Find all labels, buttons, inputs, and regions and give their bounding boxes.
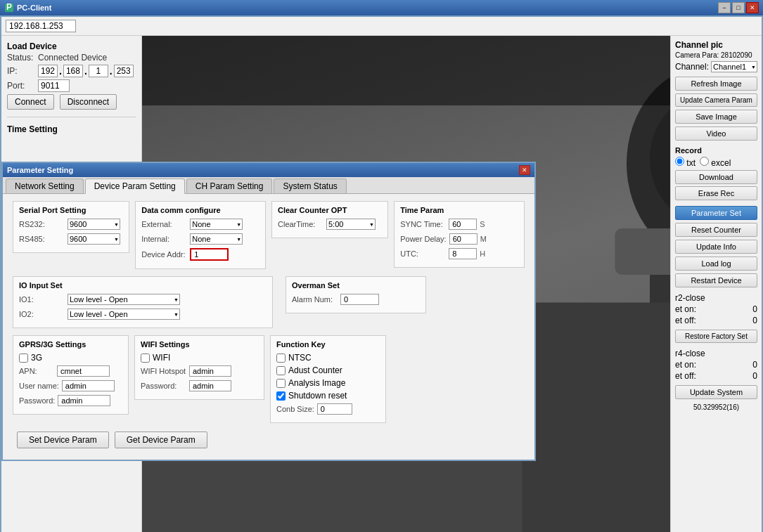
ip-oct4[interactable] — [114, 65, 134, 77]
wifi-password-label: Password: — [141, 382, 186, 390]
internal-row: Internal: None RS232 RS485 — [141, 233, 259, 245]
update-system-button[interactable]: Update System — [675, 385, 757, 399]
gprs-section: GPRS/3G Settings 3G APN: User name: — [13, 335, 129, 427]
rs485-select-wrap[interactable]: 9600 4800 19200 — [68, 233, 120, 245]
ip-oct3[interactable] — [89, 65, 108, 77]
cleartime-select-wrap[interactable]: 5:00 0:00 12:00 — [326, 219, 376, 230]
ntsc-checkbox[interactable] — [276, 353, 286, 363]
adjust-counter-checkbox[interactable] — [276, 366, 286, 375]
io1-select[interactable]: Low level - Open High level - Open Low l… — [68, 294, 180, 305]
address-input[interactable] — [6, 20, 76, 32]
download-button[interactable]: Download — [675, 170, 757, 184]
connect-button[interactable]: Connect — [7, 94, 54, 110]
erase-rec-button[interactable]: Erase Rec — [675, 186, 757, 200]
channel-select-wrap[interactable]: Channel1 — [711, 61, 757, 72]
apn-input[interactable] — [57, 365, 110, 377]
wifi-hotspot-row: WIFI Hotspot — [141, 365, 258, 377]
rs485-select[interactable]: 9600 4800 19200 — [68, 233, 120, 245]
parameter-dialog[interactable]: Parameter Setting ✕ Network Setting Devi… — [1, 162, 536, 461]
app-title: PC-Client — [17, 4, 718, 12]
port-label: Port: — [7, 81, 35, 91]
conb-size-input[interactable] — [317, 403, 352, 415]
video-button[interactable]: Video — [675, 126, 757, 141]
shutdown-reset-label: Shutdown reset — [288, 391, 347, 401]
txt-radio-label[interactable]: txt — [675, 157, 695, 168]
wifi-checkbox[interactable] — [141, 353, 150, 363]
utc-input[interactable] — [449, 248, 477, 259]
ip-oct1[interactable] — [38, 65, 58, 77]
wifi-password-input[interactable] — [189, 380, 231, 391]
internal-select[interactable]: None RS232 RS485 — [190, 233, 243, 245]
channel-data: r2-close et on: 0 et off: 0 — [675, 293, 757, 327]
tab-device-param-setting[interactable]: Device Param Setting — [85, 179, 185, 194]
wifi-hotspot-input[interactable] — [189, 365, 231, 377]
right-panel: Channel pic Camera Para: 28102090 Channe… — [670, 36, 762, 532]
tab-ch-param-setting[interactable]: CH Param Setting — [186, 179, 273, 193]
synctime-input[interactable] — [449, 219, 477, 230]
dialog-bottom-buttons: Set Device Param Get Device Param — [10, 427, 527, 453]
close-button[interactable]: ✕ — [746, 2, 759, 13]
alarm-num-input[interactable] — [340, 294, 379, 305]
maximize-button[interactable]: □ — [732, 2, 745, 13]
powerdelay-input[interactable] — [449, 233, 477, 245]
svg-rect-13 — [142, 36, 670, 105]
alarm-num-label: Alarm Num: — [292, 295, 338, 304]
external-row: External: None GPRS WIFI — [141, 219, 259, 230]
3g-row: 3G — [19, 353, 122, 363]
external-label: External: — [141, 220, 187, 228]
io2-select[interactable]: Low level - Open High level - Open Low l… — [68, 309, 180, 320]
dialog-close-button[interactable]: ✕ — [519, 165, 530, 175]
external-select-wrap[interactable]: None GPRS WIFI — [190, 219, 243, 230]
device-addr-input[interactable] — [190, 248, 229, 261]
gprs-title: GPRS/3G Settings — [19, 340, 122, 349]
rs232-select-wrap[interactable]: 9600 4800 19200 — [68, 219, 120, 230]
disconnect-button[interactable]: Disconnect — [60, 94, 117, 110]
parameter-set-button[interactable]: Parameter Set — [675, 206, 757, 220]
io1-label: IO1: — [19, 295, 65, 304]
conb-size-row: Conb Size: — [276, 403, 380, 415]
internal-select-wrap[interactable]: None RS232 RS485 — [190, 233, 243, 245]
channel-select[interactable]: Channel1 — [711, 61, 757, 72]
dialog-content: Serial Port Setting RS232: 9600 4800 192… — [3, 194, 534, 460]
txt-radio[interactable] — [675, 157, 684, 166]
cleartime-select[interactable]: 5:00 0:00 12:00 — [326, 219, 376, 230]
status-value: Connected Device — [38, 53, 107, 63]
rs232-select[interactable]: 9600 4800 19200 — [68, 219, 120, 230]
ip-dot-1: . — [59, 65, 62, 77]
3g-checkbox[interactable] — [19, 353, 28, 363]
serial-port-box: Serial Port Setting RS232: 9600 4800 192… — [13, 201, 129, 253]
cleartime-label: ClearTime: — [278, 220, 323, 228]
reset-counter-button[interactable]: Reset Counter — [675, 223, 757, 237]
et-on-2-row: et on: 0 — [675, 360, 757, 370]
refresh-image-button[interactable]: Refresh Image — [675, 77, 757, 91]
port-input[interactable] — [38, 79, 70, 92]
gprs-box: GPRS/3G Settings 3G APN: User name: — [13, 335, 129, 415]
time-param-box: Time Param SYNC Time: S Power Delay: M — [394, 201, 525, 268]
analysis-image-checkbox[interactable] — [276, 379, 286, 388]
io1-select-wrap[interactable]: Low level - Open High level - Open Low l… — [68, 294, 180, 305]
tab-network-setting[interactable]: Network Setting — [6, 179, 84, 193]
set-device-param-button[interactable]: Set Device Param — [17, 432, 109, 448]
restore-factory-set-button[interactable]: Restore Factory Set — [675, 330, 757, 343]
update-camera-param-button[interactable]: Update Camera Param — [675, 93, 757, 107]
gprs-password-input[interactable] — [58, 395, 110, 406]
tab-system-status[interactable]: System Status — [274, 179, 346, 193]
update-info-button[interactable]: Update Info — [675, 240, 757, 254]
minimize-button[interactable]: − — [718, 2, 731, 13]
ip-oct2[interactable] — [63, 65, 83, 77]
excel-radio[interactable] — [700, 157, 709, 166]
restart-device-button[interactable]: Restart Device — [675, 273, 757, 287]
excel-radio-label[interactable]: excel — [700, 157, 731, 168]
get-device-param-button[interactable]: Get Device Param — [115, 432, 207, 448]
io2-select-wrap[interactable]: Low level - Open High level - Open Low l… — [68, 309, 180, 320]
load-log-button[interactable]: Load log — [675, 257, 757, 271]
shutdown-reset-checkbox[interactable] — [276, 391, 286, 401]
et-off-1-value: 0 — [752, 316, 757, 325]
time-param-section: Time Param SYNC Time: S Power Delay: M — [394, 201, 525, 273]
synctime-label: SYNC Time: — [400, 220, 446, 228]
save-image-button[interactable]: Save Image — [675, 110, 757, 124]
external-select[interactable]: None GPRS WIFI — [190, 219, 243, 230]
username-input[interactable] — [62, 380, 115, 391]
analysis-image-row: Analysis Image — [276, 378, 380, 388]
io1-row: IO1: Low level - Open High level - Open … — [19, 294, 267, 305]
